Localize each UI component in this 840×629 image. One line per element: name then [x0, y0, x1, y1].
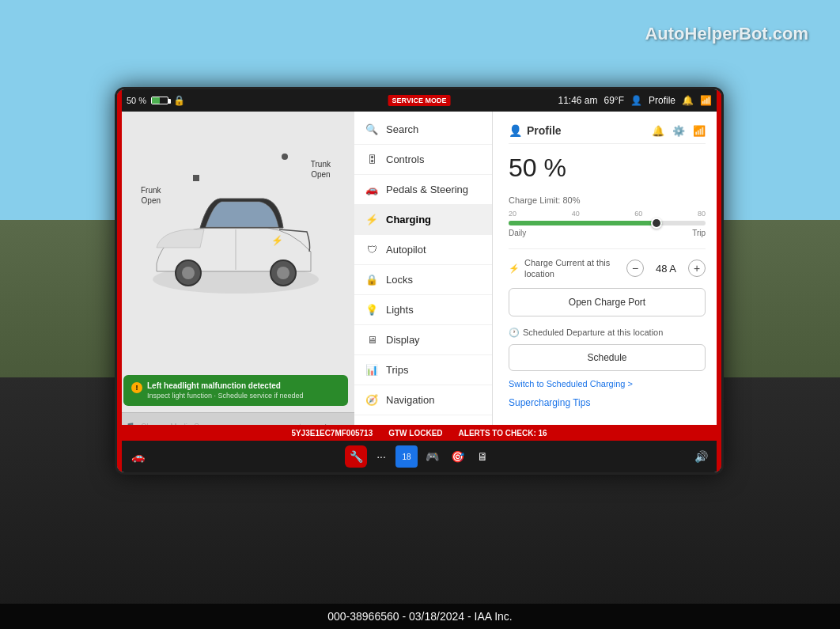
nav-item-autopilot[interactable]: 🛡 Autopilot — [354, 235, 492, 265]
status-left: 50 % 🔒 — [127, 95, 185, 106]
nav-pedals-label: Pedals & Steering — [386, 184, 468, 195]
bottom-caption: 000-38966560 - 03/18/2024 - IAA Inc. — [0, 604, 840, 629]
nav-item-lights[interactable]: 💡 Lights — [354, 295, 492, 325]
switch-to-scheduled-link[interactable]: Switch to Scheduled Charging > — [509, 379, 706, 388]
charge-slider[interactable] — [509, 221, 706, 225]
taskbar-right: 🔊 — [690, 445, 712, 468]
tesla-screen: 50 % 🔒 SERVICE MODE 11:46 am 69°F 👤 Prof… — [115, 87, 724, 475]
taskbar-dots-icon[interactable]: ··· — [370, 445, 392, 468]
nav-controls-label: Controls — [386, 153, 424, 165]
alert-warning-icon: ! — [131, 382, 142, 393]
lock-icon: 🔒 — [173, 95, 185, 106]
charge-current-icon: ⚡ — [509, 263, 520, 274]
svg-text:⚡: ⚡ — [271, 234, 283, 246]
alert-sub-text: Inspect light function · Schedule servic… — [147, 392, 304, 400]
locks-icon: 🔒 — [365, 274, 378, 286]
nav-item-trips[interactable]: 📊 Trips — [354, 355, 492, 385]
clock-icon: 🕐 — [509, 328, 520, 338]
alert-notification[interactable]: ! Left headlight malfunction detected In… — [123, 375, 348, 406]
taskbar: 🚗 🔧 ··· 18 🎮 🎯 🖥 🔊 — [117, 441, 721, 472]
autopilot-icon: 🛡 — [365, 244, 378, 256]
charge-current-label: ⚡ Charge Current at this location — [509, 257, 626, 280]
scheduled-departure-label: 🕐 Scheduled Departure at this location — [509, 328, 706, 338]
nav-item-search[interactable]: 🔍 Search — [354, 115, 492, 145]
taskbar-center: 🔧 ··· 18 🎮 🎯 🖥 — [345, 445, 494, 468]
slider-thumb[interactable] — [651, 218, 662, 229]
taskbar-18-badge[interactable]: 18 — [395, 445, 418, 468]
main-content: FrunkOpen TrunkOpen — [117, 112, 721, 441]
supercharging-tips-link[interactable]: Supercharging Tips — [509, 397, 590, 408]
car-panel: FrunkOpen TrunkOpen — [117, 112, 354, 441]
search-icon: 🔍 — [365, 123, 378, 135]
increase-current-button[interactable]: + — [688, 260, 706, 277]
profile-person-icon: 👤 — [509, 124, 522, 137]
charge-value-controls: − 48 A + — [626, 260, 706, 277]
taskbar-volume-icon[interactable]: 🔊 — [690, 445, 712, 468]
profile-title-text: Profile — [527, 124, 562, 137]
vin-number: 5YJ3E1EC7MF005713 — [291, 429, 373, 438]
taskbar-game-icon[interactable]: 🎮 — [421, 445, 443, 468]
nav-item-controls[interactable]: 🎛 Controls — [354, 145, 492, 175]
decrease-current-button[interactable]: − — [626, 260, 644, 277]
slider-track — [509, 221, 706, 225]
frunk-label: FrunkOpen — [141, 185, 161, 206]
soc-percentage: 50 % — [509, 153, 706, 183]
mark-80: 80 — [698, 210, 706, 218]
taskbar-left: 🚗 — [127, 445, 149, 468]
mark-40: 40 — [572, 210, 580, 218]
battery-percent: 50 % — [127, 96, 146, 105]
profile-header: 👤 Profile 🔔 ⚙️ 📶 — [509, 124, 706, 144]
nav-charging-label: Charging — [386, 214, 431, 225]
nav-item-pedals[interactable]: 🚗 Pedals & Steering — [354, 175, 492, 205]
svg-point-4 — [277, 267, 289, 279]
profile-settings-icon[interactable]: ⚙️ — [672, 125, 685, 137]
profile-bell-icon[interactable]: 🔔 — [652, 125, 664, 137]
taskbar-window-icon[interactable]: 🖥 — [471, 445, 494, 468]
svg-point-2 — [182, 267, 195, 279]
charge-current-value: 48 A — [650, 263, 682, 275]
charge-current-row: ⚡ Charge Current at this location − 48 A… — [509, 248, 706, 288]
slider-bottom-labels: Daily Trip — [509, 229, 706, 237]
signal-icon: 📶 — [700, 95, 712, 106]
status-right: 11:46 am 69°F 👤 Profile 🔔 📶 — [558, 95, 712, 106]
nav-lights-label: Lights — [386, 304, 414, 316]
taskbar-car-icon[interactable]: 🚗 — [127, 445, 149, 468]
nav-item-display[interactable]: 🖥 Display — [354, 325, 492, 355]
alerts-count: ALERTS TO CHECK: 16 — [459, 429, 547, 438]
display-icon: 🖥 — [365, 334, 378, 346]
nav-item-charging[interactable]: ⚡ Charging — [354, 205, 492, 235]
slider-fill — [509, 221, 662, 225]
lights-icon: 💡 — [365, 304, 378, 316]
alert-text-block: Left headlight malfunction detected Insp… — [147, 381, 304, 400]
slider-marks: 20 40 60 80 — [509, 210, 706, 218]
profile-icons: 🔔 ⚙️ 📶 — [652, 125, 706, 137]
status-temp: 69°F — [604, 95, 624, 106]
profile-signal-icon: 📶 — [693, 125, 706, 137]
taskbar-wrench-icon[interactable]: 🔧 — [345, 445, 367, 468]
navigation-icon: 🧭 — [365, 394, 378, 406]
person-icon: 👤 — [630, 95, 642, 106]
open-charge-port-button[interactable]: Open Charge Port — [509, 288, 706, 316]
pedals-icon: 🚗 — [365, 184, 378, 195]
status-center: SERVICE MODE — [388, 95, 451, 106]
battery-indicator — [151, 97, 168, 104]
nav-menu: 🔍 Search 🎛 Controls 🚗 Pedals & Steering … — [354, 112, 493, 441]
nav-locks-label: Locks — [386, 274, 413, 286]
trips-icon: 📊 — [365, 364, 378, 376]
taskbar-target-icon[interactable]: 🎯 — [446, 445, 468, 468]
schedule-button[interactable]: Schedule — [509, 344, 706, 371]
nav-item-locks[interactable]: 🔒 Locks — [354, 265, 492, 295]
trip-label: Trip — [692, 229, 706, 237]
trunk-indicator — [282, 153, 288, 160]
gtw-locked: GTW LOCKED — [388, 429, 442, 438]
charging-panel: 👤 Profile 🔔 ⚙️ 📶 50 % Charge Limit: 80% … — [493, 112, 721, 441]
status-time: 11:46 am — [558, 95, 597, 106]
nav-trips-label: Trips — [386, 364, 408, 376]
bell-icon: 🔔 — [682, 95, 694, 106]
daily-label: Daily — [509, 229, 526, 237]
nav-item-navigation[interactable]: 🧭 Navigation — [354, 385, 492, 415]
charging-icon: ⚡ — [365, 214, 378, 225]
controls-icon: 🎛 — [365, 153, 378, 165]
status-bar: 50 % 🔒 SERVICE MODE 11:46 am 69°F 👤 Prof… — [117, 89, 721, 112]
trunk-label: TrunkOpen — [311, 159, 331, 180]
